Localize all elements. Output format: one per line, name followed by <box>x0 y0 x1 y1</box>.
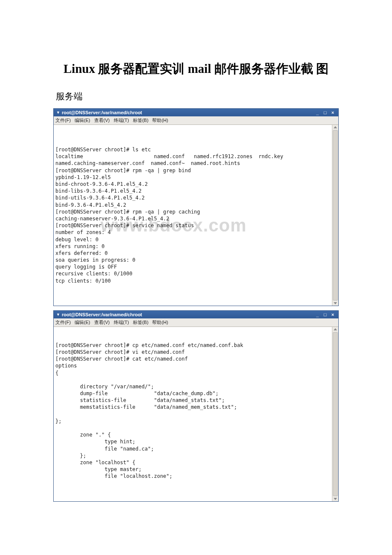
window-title: root@DNSServer:/var/named/chroot <box>62 110 142 115</box>
menu-file[interactable]: 文件(F) <box>55 320 71 325</box>
scroll-down-icon[interactable] <box>334 498 337 500</box>
terminal-window-2: ▼ root@DNSServer:/var/named/chroot _ □ ×… <box>53 310 339 502</box>
menu-file[interactable]: 文件(F) <box>55 118 71 123</box>
window-menu-icon: ▼ <box>56 110 60 115</box>
menu-bar[interactable]: 文件(F) 编辑(E) 查看(V) 终端(T) 标签(B) 帮助(H) <box>54 116 338 125</box>
window-menu-icon: ▼ <box>56 312 60 317</box>
menu-view[interactable]: 查看(V) <box>94 118 110 123</box>
menu-terminal[interactable]: 终端(T) <box>114 118 129 123</box>
menu-terminal[interactable]: 终端(T) <box>114 320 129 325</box>
scroll-up-icon[interactable] <box>334 126 337 128</box>
minimize-icon[interactable]: _ <box>314 312 320 317</box>
document-page: Linux 服务器配置实训 mail 邮件服务器作业截 图 服务端 ▼ root… <box>0 0 392 532</box>
scroll-up-icon[interactable] <box>334 328 337 330</box>
menu-tabs[interactable]: 标签(B) <box>133 320 149 325</box>
titlebar: ▼ root@DNSServer:/var/named/chroot _ □ × <box>54 311 338 318</box>
menu-edit[interactable]: 编辑(E) <box>75 118 90 123</box>
section-heading: 服务端 <box>56 90 339 102</box>
menu-tabs[interactable]: 标签(B) <box>133 118 149 123</box>
terminal-output: [root@DNSServer chroot]# ls etc localtim… <box>55 146 337 284</box>
menu-edit[interactable]: 编辑(E) <box>75 320 90 325</box>
menu-view[interactable]: 查看(V) <box>94 320 110 325</box>
terminal-body: www.bdocx.com [root@DNSServer chroot]# l… <box>54 125 338 306</box>
close-icon[interactable]: × <box>330 110 336 115</box>
close-icon[interactable]: × <box>330 312 336 317</box>
terminal-body: [root@DNSServer chroot]# cp etc/named.co… <box>54 327 338 501</box>
terminal-window-1: ▼ root@DNSServer:/var/named/chroot _ □ ×… <box>53 108 339 306</box>
minimize-icon[interactable]: _ <box>314 110 320 115</box>
terminal-output: [root@DNSServer chroot]# cp etc/named.co… <box>55 342 337 480</box>
window-title: root@DNSServer:/var/named/chroot <box>62 312 142 317</box>
menu-help[interactable]: 帮助(H) <box>152 320 168 325</box>
scroll-down-icon[interactable] <box>334 302 337 304</box>
menu-bar[interactable]: 文件(F) 编辑(E) 查看(V) 终端(T) 标签(B) 帮助(H) <box>54 318 338 327</box>
maximize-icon[interactable]: □ <box>322 312 328 317</box>
page-title: Linux 服务器配置实训 mail 邮件服务器作业截 图 <box>53 60 339 78</box>
maximize-icon[interactable]: □ <box>322 110 328 115</box>
titlebar: ▼ root@DNSServer:/var/named/chroot _ □ × <box>54 109 338 116</box>
menu-help[interactable]: 帮助(H) <box>152 118 168 123</box>
